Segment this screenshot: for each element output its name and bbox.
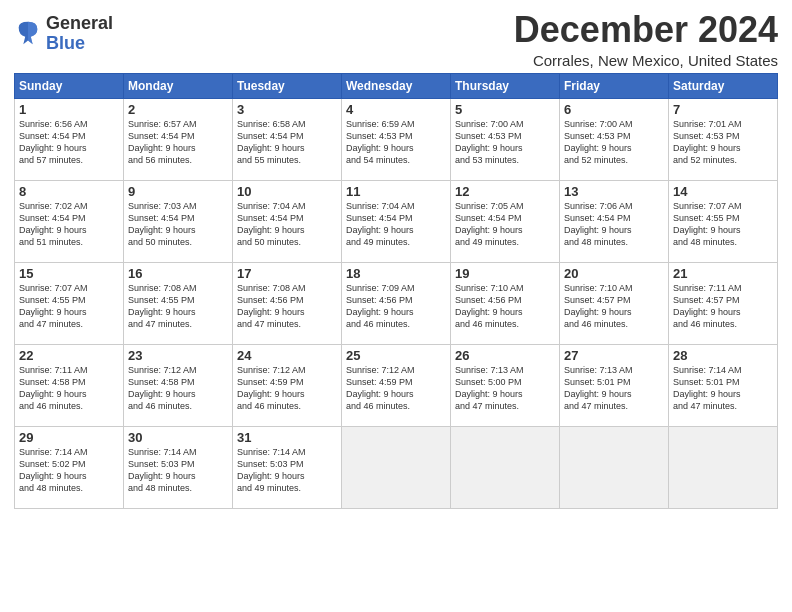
col-monday: Monday [124, 73, 233, 98]
day-info: Sunrise: 7:11 AM Sunset: 4:58 PM Dayligh… [19, 364, 119, 413]
day-info: Sunrise: 6:58 AM Sunset: 4:54 PM Dayligh… [237, 118, 337, 167]
header-row-days: Sunday Monday Tuesday Wednesday Thursday… [15, 73, 778, 98]
day-number: 23 [128, 348, 228, 363]
col-wednesday: Wednesday [342, 73, 451, 98]
day-number: 12 [455, 184, 555, 199]
header-row: General Blue December 2024 Corrales, New… [14, 10, 778, 69]
calendar-cell: 29Sunrise: 7:14 AM Sunset: 5:02 PM Dayli… [15, 426, 124, 508]
day-number: 30 [128, 430, 228, 445]
day-info: Sunrise: 7:09 AM Sunset: 4:56 PM Dayligh… [346, 282, 446, 331]
col-sunday: Sunday [15, 73, 124, 98]
day-number: 6 [564, 102, 664, 117]
calendar-cell: 20Sunrise: 7:10 AM Sunset: 4:57 PM Dayli… [560, 262, 669, 344]
calendar-cell [342, 426, 451, 508]
day-info: Sunrise: 7:13 AM Sunset: 5:01 PM Dayligh… [564, 364, 664, 413]
day-info: Sunrise: 6:56 AM Sunset: 4:54 PM Dayligh… [19, 118, 119, 167]
calendar-cell: 28Sunrise: 7:14 AM Sunset: 5:01 PM Dayli… [669, 344, 778, 426]
day-info: Sunrise: 7:14 AM Sunset: 5:03 PM Dayligh… [128, 446, 228, 495]
calendar-cell [560, 426, 669, 508]
day-number: 22 [19, 348, 119, 363]
location-title: Corrales, New Mexico, United States [514, 52, 778, 69]
day-info: Sunrise: 7:04 AM Sunset: 4:54 PM Dayligh… [346, 200, 446, 249]
calendar-cell: 23Sunrise: 7:12 AM Sunset: 4:58 PM Dayli… [124, 344, 233, 426]
day-number: 17 [237, 266, 337, 281]
day-number: 9 [128, 184, 228, 199]
day-number: 24 [237, 348, 337, 363]
page-container: General Blue December 2024 Corrales, New… [0, 0, 792, 515]
day-number: 25 [346, 348, 446, 363]
calendar-cell: 17Sunrise: 7:08 AM Sunset: 4:56 PM Dayli… [233, 262, 342, 344]
calendar-cell: 1Sunrise: 6:56 AM Sunset: 4:54 PM Daylig… [15, 98, 124, 180]
calendar-cell: 2Sunrise: 6:57 AM Sunset: 4:54 PM Daylig… [124, 98, 233, 180]
day-number: 8 [19, 184, 119, 199]
day-number: 4 [346, 102, 446, 117]
day-info: Sunrise: 7:14 AM Sunset: 5:02 PM Dayligh… [19, 446, 119, 495]
day-info: Sunrise: 7:11 AM Sunset: 4:57 PM Dayligh… [673, 282, 773, 331]
day-info: Sunrise: 7:02 AM Sunset: 4:54 PM Dayligh… [19, 200, 119, 249]
day-info: Sunrise: 7:01 AM Sunset: 4:53 PM Dayligh… [673, 118, 773, 167]
day-info: Sunrise: 7:14 AM Sunset: 5:01 PM Dayligh… [673, 364, 773, 413]
day-info: Sunrise: 7:10 AM Sunset: 4:57 PM Dayligh… [564, 282, 664, 331]
calendar-cell: 6Sunrise: 7:00 AM Sunset: 4:53 PM Daylig… [560, 98, 669, 180]
calendar-cell: 26Sunrise: 7:13 AM Sunset: 5:00 PM Dayli… [451, 344, 560, 426]
day-number: 29 [19, 430, 119, 445]
day-number: 18 [346, 266, 446, 281]
day-number: 27 [564, 348, 664, 363]
month-title: December 2024 [514, 10, 778, 50]
calendar-cell: 11Sunrise: 7:04 AM Sunset: 4:54 PM Dayli… [342, 180, 451, 262]
day-info: Sunrise: 7:06 AM Sunset: 4:54 PM Dayligh… [564, 200, 664, 249]
calendar-table: Sunday Monday Tuesday Wednesday Thursday… [14, 73, 778, 509]
day-number: 3 [237, 102, 337, 117]
calendar-cell [451, 426, 560, 508]
day-number: 10 [237, 184, 337, 199]
calendar-cell: 21Sunrise: 7:11 AM Sunset: 4:57 PM Dayli… [669, 262, 778, 344]
day-info: Sunrise: 7:12 AM Sunset: 4:59 PM Dayligh… [237, 364, 337, 413]
calendar-week-5: 29Sunrise: 7:14 AM Sunset: 5:02 PM Dayli… [15, 426, 778, 508]
day-number: 20 [564, 266, 664, 281]
day-info: Sunrise: 6:59 AM Sunset: 4:53 PM Dayligh… [346, 118, 446, 167]
calendar-cell: 10Sunrise: 7:04 AM Sunset: 4:54 PM Dayli… [233, 180, 342, 262]
col-friday: Friday [560, 73, 669, 98]
calendar-cell: 9Sunrise: 7:03 AM Sunset: 4:54 PM Daylig… [124, 180, 233, 262]
day-info: Sunrise: 7:05 AM Sunset: 4:54 PM Dayligh… [455, 200, 555, 249]
day-number: 13 [564, 184, 664, 199]
calendar-cell: 8Sunrise: 7:02 AM Sunset: 4:54 PM Daylig… [15, 180, 124, 262]
calendar-week-3: 15Sunrise: 7:07 AM Sunset: 4:55 PM Dayli… [15, 262, 778, 344]
day-info: Sunrise: 7:08 AM Sunset: 4:55 PM Dayligh… [128, 282, 228, 331]
day-number: 21 [673, 266, 773, 281]
day-info: Sunrise: 7:10 AM Sunset: 4:56 PM Dayligh… [455, 282, 555, 331]
day-info: Sunrise: 7:12 AM Sunset: 4:59 PM Dayligh… [346, 364, 446, 413]
calendar-cell: 4Sunrise: 6:59 AM Sunset: 4:53 PM Daylig… [342, 98, 451, 180]
day-number: 7 [673, 102, 773, 117]
day-number: 15 [19, 266, 119, 281]
calendar-cell: 12Sunrise: 7:05 AM Sunset: 4:54 PM Dayli… [451, 180, 560, 262]
calendar-cell: 27Sunrise: 7:13 AM Sunset: 5:01 PM Dayli… [560, 344, 669, 426]
day-info: Sunrise: 7:04 AM Sunset: 4:54 PM Dayligh… [237, 200, 337, 249]
calendar-cell: 22Sunrise: 7:11 AM Sunset: 4:58 PM Dayli… [15, 344, 124, 426]
day-info: Sunrise: 7:12 AM Sunset: 4:58 PM Dayligh… [128, 364, 228, 413]
day-info: Sunrise: 6:57 AM Sunset: 4:54 PM Dayligh… [128, 118, 228, 167]
calendar-cell: 31Sunrise: 7:14 AM Sunset: 5:03 PM Dayli… [233, 426, 342, 508]
day-number: 19 [455, 266, 555, 281]
day-info: Sunrise: 7:08 AM Sunset: 4:56 PM Dayligh… [237, 282, 337, 331]
calendar-cell: 15Sunrise: 7:07 AM Sunset: 4:55 PM Dayli… [15, 262, 124, 344]
logo-name1: General [46, 14, 113, 34]
calendar-cell: 30Sunrise: 7:14 AM Sunset: 5:03 PM Dayli… [124, 426, 233, 508]
calendar-cell: 13Sunrise: 7:06 AM Sunset: 4:54 PM Dayli… [560, 180, 669, 262]
calendar-cell: 24Sunrise: 7:12 AM Sunset: 4:59 PM Dayli… [233, 344, 342, 426]
day-info: Sunrise: 7:13 AM Sunset: 5:00 PM Dayligh… [455, 364, 555, 413]
day-number: 31 [237, 430, 337, 445]
day-info: Sunrise: 7:00 AM Sunset: 4:53 PM Dayligh… [564, 118, 664, 167]
calendar-cell: 25Sunrise: 7:12 AM Sunset: 4:59 PM Dayli… [342, 344, 451, 426]
logo-icon [14, 20, 42, 48]
calendar-cell: 5Sunrise: 7:00 AM Sunset: 4:53 PM Daylig… [451, 98, 560, 180]
logo: General Blue [14, 14, 113, 54]
calendar-cell: 3Sunrise: 6:58 AM Sunset: 4:54 PM Daylig… [233, 98, 342, 180]
day-number: 2 [128, 102, 228, 117]
col-tuesday: Tuesday [233, 73, 342, 98]
calendar-cell: 16Sunrise: 7:08 AM Sunset: 4:55 PM Dayli… [124, 262, 233, 344]
day-info: Sunrise: 7:07 AM Sunset: 4:55 PM Dayligh… [673, 200, 773, 249]
calendar-cell [669, 426, 778, 508]
day-number: 16 [128, 266, 228, 281]
day-info: Sunrise: 7:00 AM Sunset: 4:53 PM Dayligh… [455, 118, 555, 167]
